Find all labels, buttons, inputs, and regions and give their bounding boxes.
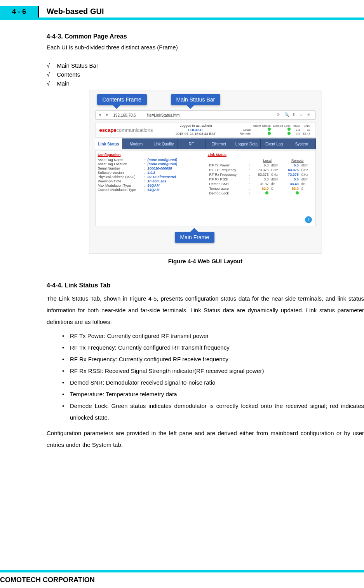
- link-status-row: Temperature:62.0C83.0C: [209, 187, 312, 191]
- remote-rssi: 5.5: [292, 132, 301, 136]
- col-snr: SNR: [301, 124, 311, 128]
- ls-param-label: Demod Lock: [209, 191, 248, 195]
- logout-link[interactable]: LOGOUT: [176, 128, 216, 132]
- param-bullet: RF Rx RSSI: Received Signal Strength ind…: [62, 365, 364, 377]
- address-input[interactable]: [113, 113, 274, 117]
- ls-local-value: 83.375: [253, 173, 270, 177]
- figure-caption: Figure 4-4 Web GUI Layout: [168, 258, 242, 264]
- forward-icon[interactable]: ►: [106, 112, 111, 118]
- ls-local-value: 3.3: [253, 177, 270, 181]
- ls-local-value: 6.0: [253, 163, 270, 167]
- tab-link-status[interactable]: Link Status: [95, 138, 123, 149]
- config-row: Asset Tag Location:(none configured): [98, 162, 203, 166]
- menu-icon[interactable]: ≡: [308, 112, 313, 118]
- configuration-title: Configuration: [98, 153, 203, 157]
- status-datetime: 2015-07-24 16:03:44 BST: [176, 132, 216, 136]
- main-frame: Configuration Asset Tag Name:(none confi…: [95, 150, 316, 226]
- page: 4 - 6 Web-based GUI 4-4-3. Common Page A…: [0, 0, 364, 588]
- logged-in-user: admin: [202, 124, 212, 128]
- ls-local-value: 62.0: [253, 187, 270, 191]
- config-value: 64QAM: [148, 188, 160, 192]
- page-content: 4-4-3. Common Page Areas Each UI is sub-…: [47, 33, 364, 453]
- tab-event-log[interactable]: Event Log: [261, 138, 288, 149]
- tab-logged-data[interactable]: Logged Data: [233, 138, 261, 149]
- back-icon[interactable]: ◄: [98, 112, 103, 118]
- link-status-pane: Link Status LocalRemoteRF Tx Power:6.0dB…: [206, 150, 315, 226]
- tab-ethernet[interactable]: Ethernet: [206, 138, 233, 149]
- mini-status-table: Alarm Status Demod Lock RSSI SNR Local 3…: [239, 124, 311, 136]
- config-key: Serial Number: [98, 166, 145, 170]
- config-value: 00:18:ef:00:0c:6d: [148, 175, 176, 179]
- status-dot-icon: [268, 132, 271, 135]
- ls-param-label: RF Rx RSSI: [209, 177, 248, 181]
- brand-escape: escape: [99, 127, 117, 133]
- ls-local-unit: C: [270, 187, 282, 191]
- page-number-badge: 4 - 6: [0, 6, 39, 18]
- link-status-row: RF Rx Frequency:83.375GHz73.375GHz: [209, 173, 312, 177]
- ls-remote-unit: dBm: [300, 163, 312, 167]
- callout-main-status-bar: Main Status Bar: [171, 94, 221, 105]
- ls-param-label: RF Tx Frequency: [209, 168, 248, 172]
- login-info: Logged in as: admin LOGOUT 2015-07-24 16…: [176, 124, 216, 136]
- section-443-heading: 4-4-3. Common Page Areas: [47, 33, 364, 40]
- config-key: Max Modulation Type: [98, 184, 145, 187]
- search-icon[interactable]: 🔍: [284, 112, 290, 118]
- col-local: Local: [253, 159, 282, 163]
- local-rssi: 3.3: [292, 128, 301, 132]
- config-key: Physical Address (MAC): [98, 175, 145, 179]
- col-demod-lock: Demod Lock: [272, 124, 292, 128]
- config-key: Asset Tag Name: [98, 158, 145, 162]
- tab-rf[interactable]: RF: [178, 138, 206, 149]
- ls-param-label: Temperature: [209, 187, 248, 191]
- tab-bar: Link Status Modem Link Quality RF Ethern…: [95, 138, 316, 149]
- ls-local-value: 31.87: [253, 182, 270, 186]
- ls-remote-unit: dBm: [300, 177, 312, 181]
- param-bullet: RF Rx Frequency: Currently configured RF…: [62, 354, 364, 365]
- config-row: Serial Number:100010-000058: [98, 166, 203, 170]
- ls-remote-unit: dB: [300, 182, 312, 186]
- col-rssi: RSSI: [292, 124, 301, 128]
- config-value: 64QAM: [148, 184, 160, 187]
- config-row: Asset Tag Name:(none configured): [98, 158, 203, 162]
- home-icon[interactable]: ⌂: [300, 112, 305, 118]
- config-key: Asset Tag Location: [98, 162, 145, 166]
- config-row: Software version:4.0.8: [98, 171, 203, 175]
- col-remote: Remote: [283, 159, 312, 163]
- ls-remote-unit: [300, 191, 312, 195]
- download-icon[interactable]: ⬇: [292, 112, 298, 118]
- logged-in-label: Logged in as:: [179, 124, 200, 128]
- frame-list-label: Contents: [57, 71, 80, 78]
- status-dot-icon: [287, 132, 291, 135]
- link-status-row: RF Tx Power:6.0dBm6.0dBm: [209, 163, 312, 167]
- ls-remote-value: 83.0: [283, 187, 300, 191]
- row-remote-label: Remote: [239, 132, 252, 136]
- ls-local-unit: dBm: [270, 163, 282, 167]
- callout-main-frame: Main Frame: [175, 232, 215, 243]
- param-bullet: RF Tx Power: Currently configured RF tra…: [62, 330, 364, 342]
- status-dot-icon: [268, 128, 271, 131]
- ls-param-label: Demod SNR: [209, 182, 248, 186]
- row-local-label: Local: [239, 128, 252, 132]
- config-value: (none configured): [148, 158, 178, 162]
- link-status-title: Link Status: [208, 153, 313, 157]
- tab-link-quality[interactable]: Link Quality: [150, 138, 178, 149]
- param-bullet: Demod SNR: Demodulator received signal-t…: [62, 377, 364, 388]
- config-row: Power-on Time:1h 40m 28s: [98, 179, 203, 183]
- config-row: Max Modulation Type:64QAM: [98, 184, 203, 187]
- ls-local-unit: GHz: [270, 168, 282, 172]
- info-icon[interactable]: i: [305, 216, 312, 223]
- tab-system[interactable]: System: [288, 138, 316, 149]
- remote-snr: 33.43: [301, 132, 311, 136]
- tab-modem[interactable]: Modem: [123, 138, 150, 149]
- main-status-bar: escapecommunications Logged in as: admin…: [95, 122, 316, 138]
- config-row: Current Modulation Type:64QAM: [98, 188, 203, 192]
- brand-comm: communications: [117, 127, 153, 133]
- section-444-paragraph-1: The Link Status Tab, shown in Figure 4-5…: [47, 293, 364, 328]
- ls-remote-value: 5.5: [283, 177, 300, 181]
- config-key: Current Modulation Type: [98, 188, 145, 192]
- section-444-heading: 4-4-4. Link Status Tab: [47, 282, 364, 289]
- ls-remote-value: 6.0: [283, 163, 300, 167]
- ls-local-value: 73.375: [253, 168, 270, 172]
- reload-icon[interactable]: ⟳: [277, 112, 282, 118]
- check-icon: √: [47, 62, 50, 69]
